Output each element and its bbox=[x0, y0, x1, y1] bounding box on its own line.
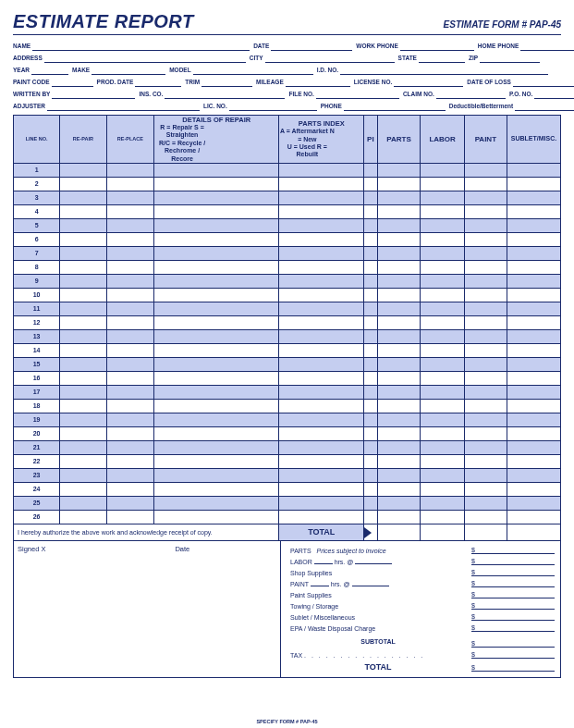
cell-paint[interactable] bbox=[464, 246, 507, 260]
cell-sublet[interactable] bbox=[507, 246, 560, 260]
cell-replace[interactable] bbox=[106, 385, 154, 399]
field-claimno[interactable]: CLAIM NO. bbox=[403, 89, 506, 99]
cell-pi[interactable] bbox=[364, 163, 377, 177]
cell-parts[interactable] bbox=[377, 385, 421, 399]
cell-labor[interactable] bbox=[421, 163, 464, 177]
cell-pi[interactable] bbox=[364, 302, 377, 315]
cell-labor[interactable] bbox=[421, 482, 464, 496]
cell-sublet[interactable] bbox=[507, 440, 560, 454]
cell-sublet[interactable] bbox=[507, 468, 560, 482]
cell-sublet[interactable] bbox=[507, 232, 560, 246]
cell-repair[interactable] bbox=[60, 357, 106, 371]
cell-partsidx[interactable] bbox=[279, 246, 364, 260]
cell-replace[interactable] bbox=[106, 218, 154, 232]
cell-replace[interactable] bbox=[106, 274, 154, 288]
cell-sublet[interactable] bbox=[507, 399, 560, 413]
cell-partsidx[interactable] bbox=[279, 440, 364, 454]
cell-details[interactable] bbox=[154, 440, 279, 454]
cell-repair[interactable] bbox=[60, 218, 106, 232]
cell-partsidx[interactable] bbox=[279, 399, 364, 413]
cell-parts[interactable] bbox=[377, 343, 421, 357]
field-adjuster[interactable]: ADJUSTER bbox=[13, 101, 200, 111]
field-dateofloss[interactable]: DATE OF LOSS bbox=[467, 77, 574, 87]
cell-paint[interactable] bbox=[464, 218, 507, 232]
cell-repair[interactable] bbox=[60, 482, 106, 496]
field-paintcode[interactable]: PAINT CODE bbox=[13, 77, 93, 87]
cell-parts[interactable] bbox=[377, 482, 421, 496]
field-date[interactable]: DATE bbox=[253, 41, 352, 51]
cell-pi[interactable] bbox=[364, 177, 377, 191]
field-state[interactable]: STATE bbox=[398, 53, 465, 63]
cell-details[interactable] bbox=[154, 468, 279, 482]
cell-repair[interactable] bbox=[60, 232, 106, 246]
cell-labor[interactable] bbox=[421, 204, 464, 218]
cell-parts[interactable] bbox=[377, 204, 421, 218]
amt-tow[interactable] bbox=[471, 602, 555, 610]
cell-replace[interactable] bbox=[106, 302, 154, 315]
cell-labor[interactable] bbox=[421, 426, 464, 440]
cell-parts[interactable] bbox=[377, 468, 421, 482]
cell-pi[interactable] bbox=[364, 468, 377, 482]
cell-partsidx[interactable] bbox=[279, 343, 364, 357]
cell-parts[interactable] bbox=[377, 191, 421, 204]
cell-parts[interactable] bbox=[377, 302, 421, 315]
cell-partsidx[interactable] bbox=[279, 177, 364, 191]
cell-repair[interactable] bbox=[60, 260, 106, 274]
field-year[interactable]: YEAR bbox=[13, 65, 68, 75]
cell-parts[interactable] bbox=[377, 218, 421, 232]
field-model[interactable]: MODEL bbox=[169, 65, 312, 75]
cell-details[interactable] bbox=[154, 315, 279, 329]
cell-sublet[interactable] bbox=[507, 426, 560, 440]
amt-paint[interactable] bbox=[471, 580, 555, 587]
field-workphone[interactable]: WORK PHONE bbox=[356, 41, 474, 51]
cell-paint[interactable] bbox=[464, 454, 507, 468]
cell-details[interactable] bbox=[154, 482, 279, 496]
cell-replace[interactable] bbox=[106, 329, 154, 343]
cell-parts[interactable] bbox=[377, 177, 421, 191]
cell-sublet[interactable] bbox=[507, 496, 560, 510]
cell-parts[interactable] bbox=[377, 163, 421, 177]
field-homephone[interactable]: HOME PHONE bbox=[478, 41, 574, 51]
cell-pi[interactable] bbox=[364, 510, 377, 524]
cell-sublet[interactable] bbox=[507, 357, 560, 371]
cell-replace[interactable] bbox=[106, 510, 154, 524]
cell-paint[interactable] bbox=[464, 288, 507, 302]
cell-sublet[interactable] bbox=[507, 385, 560, 399]
total-labor[interactable] bbox=[421, 524, 464, 540]
cell-labor[interactable] bbox=[421, 454, 464, 468]
cell-pi[interactable] bbox=[364, 482, 377, 496]
cell-repair[interactable] bbox=[60, 440, 106, 454]
field-licno[interactable]: LIC. NO. bbox=[203, 101, 317, 111]
cell-partsidx[interactable] bbox=[279, 482, 364, 496]
cell-repair[interactable] bbox=[60, 315, 106, 329]
cell-sublet[interactable] bbox=[507, 177, 560, 191]
cell-details[interactable] bbox=[154, 177, 279, 191]
cell-replace[interactable] bbox=[106, 260, 154, 274]
cell-parts[interactable] bbox=[377, 329, 421, 343]
cell-details[interactable] bbox=[154, 191, 279, 204]
cell-pi[interactable] bbox=[364, 288, 377, 302]
cell-repair[interactable] bbox=[60, 191, 106, 204]
cell-paint[interactable] bbox=[464, 315, 507, 329]
cell-partsidx[interactable] bbox=[279, 454, 364, 468]
cell-repair[interactable] bbox=[60, 329, 106, 343]
cell-replace[interactable] bbox=[106, 246, 154, 260]
cell-partsidx[interactable] bbox=[279, 232, 364, 246]
cell-pi[interactable] bbox=[364, 204, 377, 218]
cell-pi[interactable] bbox=[364, 232, 377, 246]
cell-details[interactable] bbox=[154, 163, 279, 177]
cell-sublet[interactable] bbox=[507, 191, 560, 204]
cell-partsidx[interactable] bbox=[279, 329, 364, 343]
cell-repair[interactable] bbox=[60, 274, 106, 288]
cell-labor[interactable] bbox=[421, 385, 464, 399]
cell-paint[interactable] bbox=[464, 371, 507, 385]
cell-labor[interactable] bbox=[421, 274, 464, 288]
cell-labor[interactable] bbox=[421, 413, 464, 426]
cell-labor[interactable] bbox=[421, 371, 464, 385]
field-licenseno[interactable]: LICENSE NO. bbox=[354, 77, 464, 87]
cell-details[interactable] bbox=[154, 385, 279, 399]
cell-labor[interactable] bbox=[421, 302, 464, 315]
cell-repair[interactable] bbox=[60, 385, 106, 399]
cell-partsidx[interactable] bbox=[279, 288, 364, 302]
cell-paint[interactable] bbox=[464, 232, 507, 246]
